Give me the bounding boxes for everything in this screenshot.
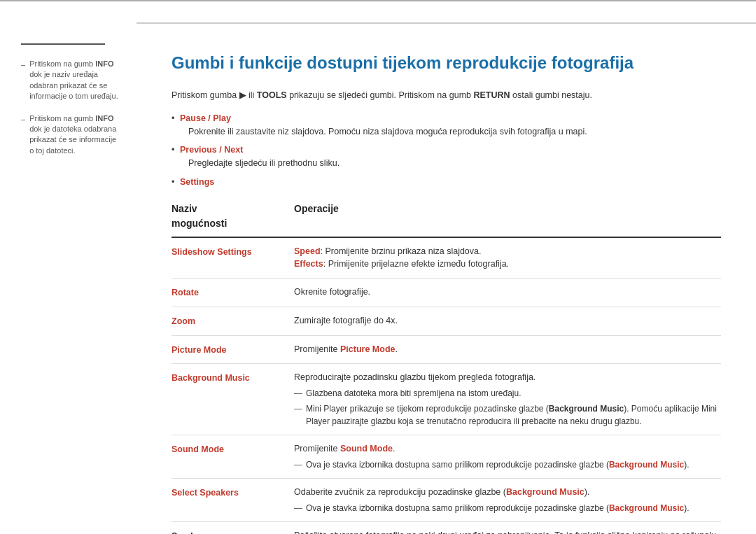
table-header: Nazivmogućnosti Operacije [172, 202, 721, 238]
sidebar-text-1: Pritiskom na gumb INFO dok je naziv uređ… [29, 59, 122, 102]
sidebar: – Pritiskom na gumb INFO dok je naziv ur… [0, 1, 136, 534]
row-op-send: Pošaljite otvorene fotografije na neki d… [294, 529, 721, 534]
previous-next-desc: Pregledajte sljedeću ili prethodnu sliku… [188, 157, 721, 170]
previous-next-label: Previous / Next [180, 145, 243, 155]
row-op-zoom: Zumirajte fotografije do 4x. [294, 314, 721, 328]
row-op-slideshow: Speed: Promijenite brzinu prikaza niza s… [294, 245, 721, 272]
speed-label: Speed [294, 246, 321, 256]
content-area: – Pritiskom na gumb INFO dok je naziv ur… [0, 1, 756, 534]
sidebar-text-2: Pritiskom na gumb INFO dok je datoteka o… [29, 113, 122, 157]
row-name-picture-mode: Picture Mode [172, 343, 294, 357]
row-op-rotate: Okrenite fotografije. [294, 286, 721, 299]
table-row: Background Music Reproducirajte pozadins… [172, 364, 721, 435]
bullet-previous-next: Previous / Next Pregledajte sljedeću ili… [172, 143, 721, 170]
bullet-settings: Settings [172, 176, 721, 189]
row-name-send: Send [172, 529, 294, 534]
sound-mode-highlight: Sound Mode [340, 444, 393, 454]
select-speakers-note: Ova je stavka izbornika dostupna samo pr… [294, 502, 721, 514]
sound-mode-note-text: Ova je stavka izbornika dostupna samo pr… [306, 458, 721, 471]
row-name-sound-mode: Sound Mode [172, 442, 294, 456]
bg-music-note1: Glazbena datoteka mora biti spremljena n… [294, 387, 721, 400]
row-name-slideshow: Slideshow Settings [172, 245, 294, 259]
intro-paragraph: Pritiskom gumba ▶ ili TOOLS prikazuju se… [172, 89, 721, 102]
bg-music-note2: Mini Player prikazuje se tijekom reprodu… [294, 402, 721, 428]
row-op-select-speakers: Odaberite zvučnik za reprodukciju pozadi… [294, 486, 721, 514]
pause-play-desc: Pokrenite ili zaustavite niz slajdova. P… [188, 125, 721, 139]
sidebar-note-2: – Pritiskom na gumb INFO dok je datoteka… [21, 113, 122, 157]
table-row: Select Speakers Odaberite zvučnik za rep… [172, 479, 721, 522]
sidebar-note-1: – Pritiskom na gumb INFO dok je naziv ur… [21, 59, 122, 102]
row-name-rotate: Rotate [172, 286, 294, 300]
dash-icon-1: – [21, 59, 25, 71]
table-row: Send Pošaljite otvorene fotografije na n… [172, 522, 721, 534]
row-op-picture-mode: Promijenite Picture Mode. [294, 343, 721, 356]
table-row: Zoom Zumirajte fotografije do 4x. [172, 307, 721, 336]
row-name-bg-music: Background Music [172, 371, 294, 385]
sidebar-line [21, 43, 105, 45]
bg-music-ref2: Background Music [506, 487, 584, 497]
col-header-name: Nazivmogućnosti [172, 202, 294, 231]
table-row: Picture Mode Promijenite Picture Mode. [172, 336, 721, 365]
bullet-pause-play: Pause / Play Pokrenite ili zaustavite ni… [172, 112, 721, 139]
col-header-op: Operacije [294, 202, 721, 231]
main-content: Gumbi i funkcije dostupni tijekom reprod… [136, 22, 756, 534]
row-op-bg-music: Reproducirajte pozadinsku glazbu tijekom… [294, 371, 721, 428]
dash-icon-2: – [21, 113, 25, 125]
settings-label: Settings [180, 177, 214, 187]
table-row: Slideshow Settings Speed: Promijenite br… [172, 238, 721, 279]
bg-music-note2-text: Mini Player prikazuje se tijekom reprodu… [306, 402, 721, 428]
page-wrapper: – Pritiskom na gumb INFO dok je naziv ur… [0, 0, 756, 534]
row-name-select-speakers: Select Speakers [172, 486, 294, 500]
table-row: Rotate Okrenite fotografije. [172, 279, 721, 307]
bg-music-ref1: Background Music [609, 460, 684, 470]
effects-label: Effects [294, 259, 323, 269]
pause-play-label: Pause / Play [180, 113, 231, 123]
sound-mode-note: Ova je stavka izbornika dostupna samo pr… [294, 458, 721, 471]
select-speakers-note-text: Ova je stavka izbornika dostupna samo pr… [306, 502, 721, 514]
row-op-sound-mode: Promijenite Sound Mode. Ova je stavka iz… [294, 442, 721, 471]
page-title: Gumbi i funkcije dostupni tijekom reprod… [172, 52, 721, 73]
bg-music-note1-text: Glazbena datoteka mora biti spremljena n… [306, 387, 721, 400]
bullet-list: Pause / Play Pokrenite ili zaustavite ni… [172, 112, 721, 189]
picture-mode-highlight: Picture Mode [340, 344, 396, 354]
row-name-zoom: Zoom [172, 314, 294, 328]
feature-table: Nazivmogućnosti Operacije Slideshow Sett… [172, 202, 721, 534]
bg-music-ref3: Background Music [609, 503, 684, 513]
table-row: Sound Mode Promijenite Sound Mode. Ova j… [172, 435, 721, 479]
